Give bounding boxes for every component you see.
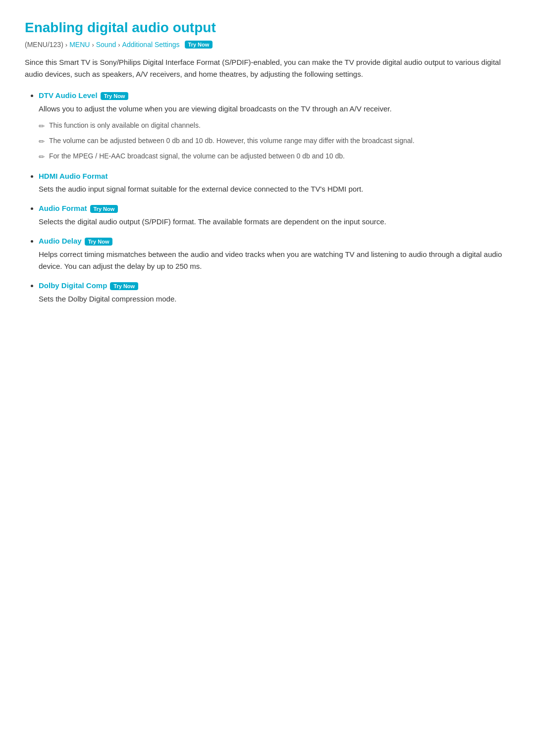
item-desc-audio-delay: Helps correct timing mismatches between … (39, 249, 510, 272)
pencil-icon: ✏ (39, 120, 45, 132)
breadcrumb-try-now-badge[interactable]: Try Now (185, 41, 213, 49)
note-item-dtv-audio-level-1: ✏The volume can be adjusted between 0 db… (39, 135, 510, 148)
list-item-hdmi-audio-format: HDMI Audio FormatSets the audio input si… (39, 172, 510, 195)
breadcrumb-additional-settings[interactable]: Additional Settings (122, 41, 180, 49)
note-item-dtv-audio-level-0: ✏This function is only available on digi… (39, 120, 510, 132)
pencil-icon: ✏ (39, 151, 45, 163)
try-now-badge-audio-format[interactable]: Try Now (90, 205, 118, 213)
item-desc-audio-format: Selects the digital audio output (S/PDIF… (39, 216, 510, 228)
note-item-dtv-audio-level-2: ✏For the MPEG / HE-AAC broadcast signal,… (39, 151, 510, 163)
note-text-dtv-audio-level-1: The volume can be adjusted between 0 db … (49, 135, 415, 146)
item-title-audio-format: Audio Format (39, 204, 87, 212)
item-title-hdmi-audio-format: HDMI Audio Format (39, 172, 107, 180)
notes-list-dtv-audio-level: ✏This function is only available on digi… (39, 120, 510, 163)
item-title-dtv-audio-level: DTV Audio Level (39, 91, 98, 100)
try-now-badge-dtv-audio-level[interactable]: Try Now (101, 92, 129, 100)
intro-paragraph: Since this Smart TV is Sony/Philips Digi… (25, 56, 510, 80)
pencil-icon: ✏ (39, 136, 45, 148)
breadcrumb-menu-path: (MENU/123) (25, 41, 63, 49)
breadcrumb-sep-2: › (92, 41, 94, 49)
page-title: Enabling digital audio output (25, 20, 510, 36)
item-title-audio-delay: Audio Delay (39, 237, 82, 245)
try-now-badge-dolby-digital-comp[interactable]: Try Now (110, 282, 138, 290)
list-item-dolby-digital-comp: Dolby Digital CompTry NowSets the Dolby … (39, 281, 510, 305)
breadcrumb-sep-1: › (65, 41, 67, 49)
note-text-dtv-audio-level-0: This function is only available on digit… (49, 120, 201, 131)
list-item-audio-delay: Audio DelayTry NowHelps correct timing m… (39, 237, 510, 272)
breadcrumb-sound[interactable]: Sound (96, 41, 116, 49)
breadcrumb-menu[interactable]: MENU (69, 41, 90, 49)
item-desc-hdmi-audio-format: Sets the audio input signal format suita… (39, 183, 510, 195)
note-text-dtv-audio-level-2: For the MPEG / HE-AAC broadcast signal, … (49, 151, 345, 161)
breadcrumb: (MENU/123) › MENU › Sound › Additional S… (25, 41, 510, 49)
try-now-badge-audio-delay[interactable]: Try Now (85, 238, 113, 246)
item-title-dolby-digital-comp: Dolby Digital Comp (39, 281, 107, 290)
item-desc-dtv-audio-level: Allows you to adjust the volume when you… (39, 103, 510, 115)
settings-list: DTV Audio LevelTry NowAllows you to adju… (25, 91, 510, 305)
breadcrumb-sep-3: › (118, 41, 120, 49)
list-item-audio-format: Audio FormatTry NowSelects the digital a… (39, 204, 510, 228)
item-desc-dolby-digital-comp: Sets the Dolby Digital compression mode. (39, 293, 510, 305)
list-item-dtv-audio-level: DTV Audio LevelTry NowAllows you to adju… (39, 91, 510, 163)
